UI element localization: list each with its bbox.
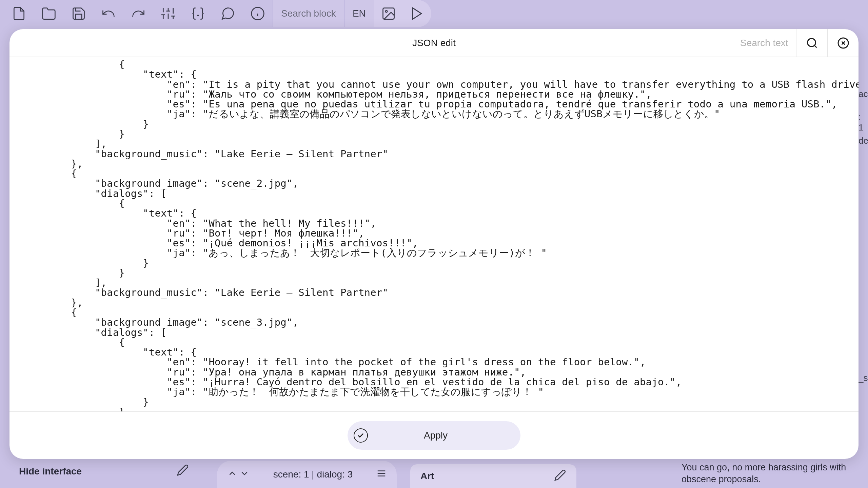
check-icon — [354, 428, 368, 443]
close-button[interactable] — [827, 29, 859, 57]
svg-point-19 — [807, 38, 815, 46]
bg-fragment: _sta — [859, 373, 868, 383]
search-icon — [806, 37, 818, 49]
folder-icon — [41, 6, 56, 21]
settings-button[interactable] — [153, 0, 183, 27]
file-icon — [12, 6, 26, 21]
chat-icon — [220, 6, 235, 21]
prev-scene-button[interactable] — [227, 468, 237, 481]
menu-button[interactable] — [376, 468, 387, 481]
main-toolbar: Search block EN — [0, 0, 868, 27]
apply-button[interactable]: Apply — [348, 421, 520, 450]
search-text-input[interactable] — [732, 29, 796, 57]
braces-icon — [191, 6, 205, 21]
info-button[interactable] — [243, 0, 273, 27]
dialog-preview-text: You can go, no more harassing girls with… — [682, 462, 858, 488]
new-file-button[interactable] — [4, 0, 34, 27]
pencil-icon[interactable] — [554, 469, 566, 484]
search-block-input[interactable]: Search block — [273, 0, 344, 27]
toolbar-right-group — [374, 0, 431, 27]
bg-fragment: de — [859, 136, 868, 146]
undo-icon — [101, 6, 116, 21]
bg-fragment: : 1 — [859, 112, 868, 133]
redo-button[interactable] — [123, 0, 153, 27]
language-selector[interactable]: EN — [344, 0, 374, 27]
next-scene-button[interactable] — [239, 468, 250, 481]
image-button[interactable] — [374, 0, 403, 27]
save-button[interactable] — [64, 0, 94, 27]
modal-body[interactable]: { "text": { "en": "It is a pity that you… — [9, 57, 859, 411]
modal-footer: Apply — [9, 411, 859, 459]
json-edit-modal: JSON edit { "text": { "en": "It is a pit… — [9, 29, 859, 459]
apply-label: Apply — [368, 430, 520, 441]
open-folder-button[interactable] — [34, 0, 64, 27]
art-card[interactable]: Art — [410, 464, 576, 488]
sliders-icon — [161, 6, 176, 21]
svg-point-14 — [386, 11, 388, 13]
modal-title: JSON edit — [412, 38, 456, 48]
scene-dialog-label: scene: 1 | dialog: 3 — [256, 469, 370, 480]
comment-button[interactable] — [213, 0, 243, 27]
modal-header: JSON edit — [9, 29, 859, 57]
json-edit-button[interactable] — [183, 0, 213, 27]
svg-marker-15 — [413, 8, 421, 19]
close-icon — [837, 37, 849, 49]
undo-button[interactable] — [94, 0, 123, 27]
json-code[interactable]: { "text": { "en": "It is a pity that you… — [23, 60, 845, 411]
search-button[interactable] — [796, 29, 827, 57]
svg-point-9 — [198, 15, 198, 16]
svg-line-20 — [814, 45, 816, 47]
image-icon — [381, 6, 396, 21]
play-icon — [410, 6, 425, 21]
hide-interface-label: Hide interface — [19, 466, 82, 477]
pencil-icon[interactable] — [177, 464, 189, 479]
art-label: Art — [420, 471, 434, 482]
redo-icon — [131, 6, 146, 21]
info-icon — [250, 6, 265, 21]
play-button[interactable] — [403, 0, 431, 27]
scene-dialog-nav: scene: 1 | dialog: 3 — [217, 461, 397, 488]
save-icon — [71, 6, 86, 21]
bg-fragment: actio — [859, 89, 868, 99]
hide-interface-toggle[interactable]: Hide interface — [19, 464, 189, 479]
